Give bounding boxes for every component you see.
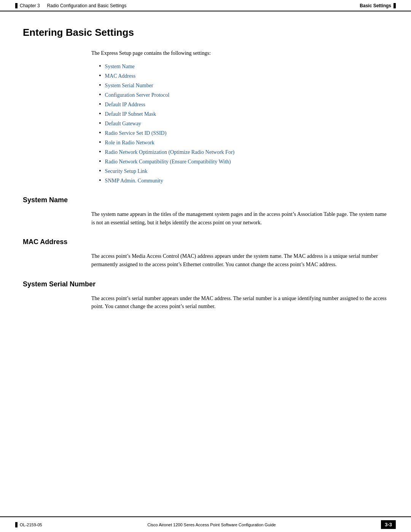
header-left-bar-icon [15, 3, 18, 8]
footer-doc-number: OL-2159-05 [20, 522, 42, 527]
list-item: Configuration Server Protocol [99, 91, 388, 99]
footer-page-number: 3-3 [381, 520, 396, 529]
radio-optimization-link[interactable]: Radio Network Optimization (Optimize Rad… [105, 148, 235, 156]
list-item: SNMP Admin. Community [99, 177, 388, 185]
list-item: Default IP Address [99, 101, 388, 109]
system-name-section: System Name The system name appears in t… [23, 196, 388, 227]
chapter-label: Chapter 3 [20, 3, 40, 8]
mac-address-body: The access point’s Media Access Control … [91, 252, 388, 268]
security-setup-link[interactable]: Security Setup Link [105, 167, 148, 175]
system-name-body: The system name appears in the titles of… [91, 210, 388, 227]
default-ip-address-link[interactable]: Default IP Address [105, 101, 145, 109]
list-item: Role in Radio Network [99, 139, 388, 147]
system-serial-number-body: The access point’s serial number appears… [91, 294, 388, 311]
config-server-protocol-link[interactable]: Configuration Server Protocol [105, 91, 170, 99]
footer-center: Cisco Aironet 1200 Seres Access Point So… [147, 522, 276, 527]
header-right: Basic Settings [360, 3, 396, 8]
radio-ssid-link[interactable]: Radio Service Set ID (SSID) [105, 129, 167, 137]
intro-paragraph: The Express Setup page contains the foll… [91, 49, 388, 57]
header-left: Chapter 3 Radio Configuration and Basic … [15, 3, 126, 8]
system-serial-number-section: System Serial Number The access point’s … [23, 280, 388, 311]
list-item: System Name [99, 62, 388, 70]
footer-bar-icon [15, 522, 18, 527]
list-item: System Serial Number [99, 81, 388, 89]
snmp-admin-link[interactable]: SNMP Admin. Community [105, 177, 163, 185]
system-name-heading: System Name [23, 196, 388, 204]
main-content: Entering Basic Settings The Express Setu… [0, 11, 411, 345]
system-name-link[interactable]: System Name [105, 62, 135, 70]
bullet-list: System Name MAC Address System Serial Nu… [99, 62, 388, 185]
footer-left: OL-2159-05 [15, 522, 42, 527]
list-item: Default Gateway [99, 120, 388, 128]
radio-compatibility-link[interactable]: Radio Network Compatibility (Ensure Comp… [105, 158, 231, 166]
mac-address-link[interactable]: MAC Address [105, 72, 136, 80]
default-gateway-link[interactable]: Default Gateway [105, 120, 141, 128]
header-right-bar-icon [393, 3, 396, 8]
page-footer: OL-2159-05 Cisco Aironet 1200 Seres Acce… [0, 516, 411, 532]
list-item: MAC Address [99, 72, 388, 80]
header-right-label: Basic Settings [360, 3, 391, 8]
mac-address-section: MAC Address The access point’s Media Acc… [23, 238, 388, 268]
page-title: Entering Basic Settings [23, 27, 388, 38]
page-header: Chapter 3 Radio Configuration and Basic … [0, 0, 411, 11]
list-item: Radio Network Compatibility (Ensure Comp… [99, 158, 388, 166]
list-item: Default IP Subnet Mask [99, 110, 388, 118]
default-ip-subnet-mask-link[interactable]: Default IP Subnet Mask [105, 110, 156, 118]
list-item: Security Setup Link [99, 167, 388, 175]
mac-address-heading: MAC Address [23, 238, 388, 246]
list-item: Radio Network Optimization (Optimize Rad… [99, 148, 388, 156]
chapter-title: Radio Configuration and Basic Settings [47, 3, 126, 8]
footer-guide-title: Cisco Aironet 1200 Seres Access Point So… [147, 522, 276, 527]
system-serial-number-link[interactable]: System Serial Number [105, 81, 153, 89]
system-serial-number-heading: System Serial Number [23, 280, 388, 288]
role-radio-network-link[interactable]: Role in Radio Network [105, 139, 155, 147]
list-item: Radio Service Set ID (SSID) [99, 129, 388, 137]
